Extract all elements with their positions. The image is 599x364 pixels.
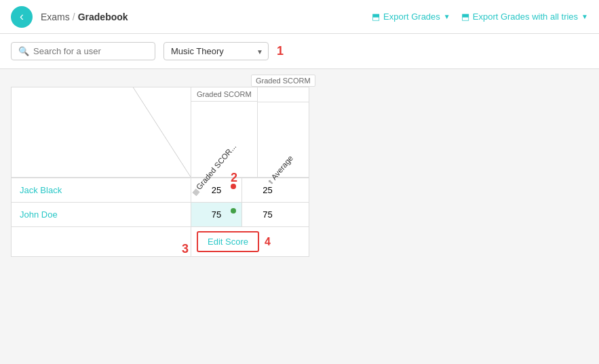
gradebook-table: Graded SCORM ▦Graded SCOR... ⬆Average <box>11 87 309 257</box>
breadcrumb: Exams / Gradebook <box>41 12 128 22</box>
search-box: 🔍 <box>11 42 155 60</box>
breadcrumb-parent: Exams <box>41 12 70 22</box>
green-dot-john <box>231 208 236 214</box>
svg-line-0 <box>133 87 191 177</box>
edit-score-area: Edit Score 4 <box>191 227 293 256</box>
export-icon-1: ⬒ <box>372 12 380 22</box>
graded-scorm-col-header: ▦Graded SCOR... <box>191 102 242 176</box>
score-cell-john: 75 <box>191 203 242 226</box>
table-header: Graded SCORM ▦Graded SCOR... ⬆Average <box>12 87 309 178</box>
graded-scorm-badge: Graded SCORM <box>251 75 315 87</box>
export-icon-2: ⬒ <box>461 12 469 22</box>
student-name-jack[interactable]: Jack Black <box>12 178 191 202</box>
breadcrumb-current: Gradebook <box>78 12 128 22</box>
header: ‹ Exams / Gradebook ⬒ Export Grades ▼ ⬒ … <box>0 0 599 34</box>
table-row: Jack Black 25 25 <box>12 178 309 202</box>
graded-scorm-col-group: Graded SCORM ▦Graded SCOR... <box>191 87 258 177</box>
score-value-john: 75 <box>212 209 221 220</box>
average-col-group: ⬆Average <box>258 87 309 177</box>
header-actions: ⬒ Export Grades ▼ ⬒ Export Grades with a… <box>372 12 588 22</box>
edit-score-row: Edit Score 4 <box>12 226 309 256</box>
graded-scorm-group-label: Graded SCORM <box>191 87 257 102</box>
export-grades-all-label: Export Grades with all tries <box>473 12 578 22</box>
student-name-john[interactable]: John Doe <box>12 203 191 226</box>
main-content: Graded SCORM 2 3 Graded SCORM ▦Graded SC… <box>0 69 599 268</box>
header-empty-left <box>12 87 191 177</box>
export-grades-label: Export Grades <box>383 12 440 22</box>
chevron-down-icon-2: ▼ <box>581 13 588 20</box>
export-grades-button[interactable]: ⬒ Export Grades ▼ <box>372 12 450 22</box>
chevron-down-icon: ▼ <box>444 13 450 20</box>
breadcrumb-separator: / <box>73 12 75 22</box>
subject-select[interactable]: Music Theory <box>163 42 269 60</box>
search-icon: 🔍 <box>18 46 29 56</box>
annotation-4: 4 <box>265 236 271 248</box>
average-group-label-empty <box>258 87 309 102</box>
avg-cell-john: 75 <box>242 203 293 226</box>
edit-score-left-empty <box>12 227 191 256</box>
edit-score-button[interactable]: Edit Score <box>197 231 259 252</box>
export-grades-all-button[interactable]: ⬒ Export Grades with all tries ▼ <box>461 12 588 22</box>
annotation-1: 1 <box>277 44 284 58</box>
score-cell-jack: 25 <box>191 178 242 202</box>
back-button[interactable]: ‹ <box>11 6 33 28</box>
toolbar: 🔍 Music Theory ▼ 1 <box>0 34 599 69</box>
average-col-header: ⬆Average <box>258 102 309 177</box>
red-dot-jack <box>231 184 236 189</box>
score-value-jack: 25 <box>212 185 221 195</box>
search-input[interactable] <box>33 46 148 56</box>
subject-select-wrapper: Music Theory ▼ <box>163 42 269 60</box>
table-row-john: John Doe 75 75 <box>12 202 309 226</box>
